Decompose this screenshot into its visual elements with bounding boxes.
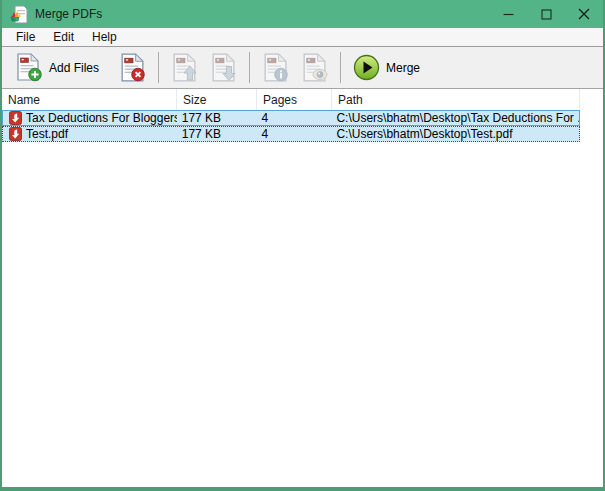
menu-file[interactable]: File bbox=[7, 29, 44, 46]
menu-help[interactable]: Help bbox=[83, 29, 126, 46]
app-icon bbox=[9, 5, 28, 24]
file-path-cell: C:\Users\bhatm\Desktop\Tax Deductions Fo… bbox=[331, 111, 579, 125]
close-icon bbox=[578, 8, 590, 20]
minimize-button[interactable] bbox=[489, 0, 527, 28]
file-pages-cell: 4 bbox=[257, 127, 332, 141]
document-move-up-icon bbox=[171, 53, 198, 82]
file-path: C:\Users\bhatm\Desktop\Tax Deductions Fo… bbox=[336, 111, 579, 125]
toolbar-separator bbox=[158, 52, 159, 83]
add-files-button[interactable]: Add Files bbox=[10, 49, 105, 86]
file-name-cell: Test.pdf bbox=[3, 127, 177, 141]
titlebar: Merge PDFs bbox=[2, 0, 603, 28]
pdf-file-icon bbox=[9, 127, 22, 141]
file-pages: 4 bbox=[262, 111, 269, 125]
document-preview-icon bbox=[301, 53, 328, 82]
merge-label: Merge bbox=[386, 61, 420, 75]
remove-file-button[interactable] bbox=[113, 49, 152, 86]
file-path-cell: C:\Users\bhatm\Desktop\Test.pdf bbox=[331, 127, 579, 141]
play-icon bbox=[353, 54, 380, 81]
file-size: 177 KB bbox=[182, 111, 221, 125]
toolbar-separator bbox=[340, 52, 341, 83]
merge-button[interactable]: Merge bbox=[347, 50, 426, 85]
file-pages-cell: 4 bbox=[257, 111, 332, 125]
window-title: Merge PDFs bbox=[35, 7, 102, 21]
file-name: Test.pdf bbox=[26, 127, 68, 141]
column-header-name[interactable]: Name bbox=[2, 89, 177, 110]
column-header-size-label: Size bbox=[183, 93, 206, 107]
column-header-pages[interactable]: Pages bbox=[257, 89, 332, 110]
column-header-size[interactable]: Size bbox=[177, 89, 257, 110]
file-row-1[interactable]: Tax Deductions For Bloggers... 177 KB 4 … bbox=[2, 110, 580, 126]
file-pages: 4 bbox=[262, 127, 269, 141]
menubar: File Edit Help bbox=[2, 28, 603, 47]
maximize-icon bbox=[541, 9, 552, 20]
add-files-label: Add Files bbox=[49, 61, 99, 75]
app-window: Merge PDFs File Edit Help Add Files bbox=[0, 0, 605, 491]
file-path: C:\Users\bhatm\Desktop\Test.pdf bbox=[336, 127, 512, 141]
toolbar: Add Files bbox=[2, 47, 603, 89]
file-name-cell: Tax Deductions For Bloggers... bbox=[3, 111, 177, 125]
minimize-icon bbox=[503, 9, 514, 20]
file-info-button[interactable] bbox=[256, 49, 295, 86]
menu-edit[interactable]: Edit bbox=[44, 29, 83, 46]
list-header: Name Size Pages Path bbox=[2, 89, 603, 110]
file-size-cell: 177 KB bbox=[177, 127, 257, 141]
document-move-down-icon bbox=[210, 53, 237, 82]
document-remove-icon bbox=[119, 53, 146, 82]
file-name: Tax Deductions For Bloggers... bbox=[26, 111, 177, 125]
maximize-button[interactable] bbox=[527, 0, 565, 28]
window-controls bbox=[489, 0, 603, 28]
pdf-file-icon bbox=[9, 111, 22, 125]
column-header-pages-label: Pages bbox=[263, 93, 297, 107]
file-size: 177 KB bbox=[182, 127, 221, 141]
column-header-path[interactable]: Path bbox=[332, 89, 580, 110]
toolbar-separator bbox=[249, 52, 250, 83]
move-up-button[interactable] bbox=[165, 49, 204, 86]
preview-button[interactable] bbox=[295, 49, 334, 86]
file-list: Name Size Pages Path Tax Deductions For … bbox=[2, 89, 603, 487]
file-row-2[interactable]: Test.pdf 177 KB 4 C:\Users\bhatm\Desktop… bbox=[2, 126, 580, 142]
column-header-name-label: Name bbox=[8, 93, 40, 107]
column-header-path-label: Path bbox=[338, 93, 363, 107]
move-down-button[interactable] bbox=[204, 49, 243, 86]
file-size-cell: 177 KB bbox=[177, 111, 257, 125]
close-button[interactable] bbox=[565, 0, 603, 28]
document-add-icon bbox=[16, 53, 43, 82]
document-info-icon bbox=[262, 53, 289, 82]
